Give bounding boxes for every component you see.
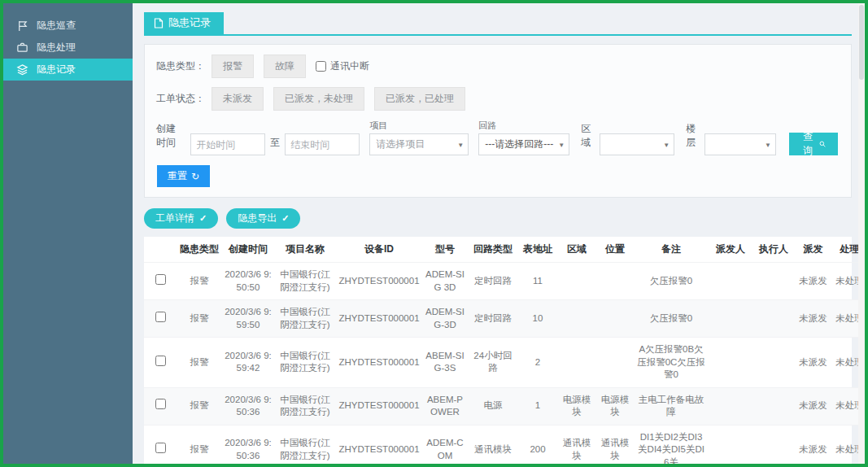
table-cell: ADEM-SIG-3D <box>422 300 468 338</box>
table-cell: DI1关DI2关DI3关DI4关DI5关DI6关 <box>634 425 709 464</box>
table-row: 报警2020/3/6 9:59:50中国银行(江阴澄江支行)ZHYDTEST00… <box>144 300 865 338</box>
loop-select[interactable]: ---请选择回路--- ▼ <box>478 133 569 155</box>
table-cell: 10 <box>518 300 557 338</box>
area-label: 区域 <box>581 122 595 150</box>
page-title-tab: 隐患记录 <box>144 12 224 34</box>
floor-select[interactable]: ▼ <box>704 133 776 155</box>
filter-panel: 隐患类型： 报警 故障 通讯中断 工单状态： 未派发 已派发，未处理 已派发，已… <box>144 44 852 198</box>
table-cell: 未派发 <box>795 263 831 300</box>
table-cell: 报警 <box>177 300 222 338</box>
reset-button-label: 重置 <box>168 169 187 183</box>
row-checkbox[interactable] <box>155 274 166 285</box>
sidebar-item-hazard-records[interactable]: 隐患记录 <box>3 59 133 81</box>
sidebar-item-hazard-patrol[interactable]: 隐患巡查 <box>3 15 133 37</box>
export-label: 隐患导出 <box>238 212 277 225</box>
status-not-dispatched-button[interactable]: 未派发 <box>212 87 264 111</box>
select-all-header <box>144 237 177 263</box>
column-header: 区域 <box>557 237 596 263</box>
reset-button[interactable]: 重置 ↻ <box>157 165 210 187</box>
row-checkbox[interactable] <box>155 399 166 409</box>
column-header: 执行人 <box>752 237 795 263</box>
scrollbar-thumb[interactable] <box>859 5 864 80</box>
column-header: 项目名称 <box>274 237 336 263</box>
order-status-label: 工单状态： <box>156 92 205 106</box>
table-cell: ZHYDTEST000001 <box>336 300 422 338</box>
table-row: 报警2020/3/6 9:59:42中国银行(江阴澄江支行)ZHYDTEST00… <box>144 338 865 388</box>
comm-interrupt-checkbox[interactable] <box>316 61 326 72</box>
area-select[interactable]: ▼ <box>600 133 674 155</box>
sidebar: 隐患巡查 隐患处理 隐患记录 <box>3 3 133 464</box>
layers-icon <box>16 63 28 76</box>
row-checkbox[interactable] <box>155 443 166 453</box>
create-time-label: 创建时间 <box>156 122 184 150</box>
table-cell: 通讯模块 <box>557 425 596 464</box>
table-cell: 未派发 <box>795 425 831 464</box>
status-dispatched-unhandled-button[interactable]: 已派发，未处理 <box>273 87 364 111</box>
table-header-row: 隐患类型创建时间项目名称设备ID型号回路类型表地址区域位置备注派发人执行人派发处… <box>144 237 865 263</box>
project-select[interactable]: 请选择项目 ▼ <box>369 133 469 155</box>
row-checkbox[interactable] <box>155 356 166 366</box>
table-cell: ZHYDTEST000001 <box>336 387 422 425</box>
column-header: 派发 <box>795 237 831 263</box>
status-dispatched-handled-button[interactable]: 已派发，已处理 <box>374 87 465 111</box>
app-window: 隐患巡查 隐患处理 隐患记录 隐患记录 <box>0 0 868 467</box>
vertical-scrollbar[interactable] <box>858 3 865 464</box>
order-detail-button[interactable]: 工单详情 ✓ <box>144 208 218 229</box>
check-icon: ✓ <box>281 213 289 224</box>
table-cell: 1 <box>518 387 557 425</box>
end-time-input[interactable] <box>285 133 360 155</box>
table-cell: 报警 <box>177 338 222 388</box>
export-button[interactable]: 隐患导出 ✓ <box>226 208 300 229</box>
table-cell: 电源 <box>468 387 518 425</box>
sidebar-item-hazard-handling[interactable]: 隐患处理 <box>3 37 133 59</box>
start-time-input[interactable] <box>190 133 265 155</box>
row-checkbox-cell <box>144 425 177 464</box>
loop-label: 回路 <box>478 120 569 132</box>
comm-interrupt-label: 通讯中断 <box>330 59 369 73</box>
page-title: 隐患记录 <box>168 15 211 30</box>
project-select-value: 请选择项目 <box>376 137 425 151</box>
table-cell: 报警 <box>177 263 222 300</box>
sidebar-item-label: 隐患记录 <box>37 63 76 76</box>
row-checkbox[interactable] <box>155 312 166 322</box>
chevron-down-icon: ▼ <box>663 142 670 149</box>
document-icon <box>154 18 164 28</box>
column-header: 设备ID <box>336 237 422 263</box>
search-icon <box>819 139 826 149</box>
type-fault-button[interactable]: 故障 <box>264 55 306 78</box>
table-cell: 2020/3/6 9:50:36 <box>222 425 274 464</box>
table-cell <box>752 338 795 388</box>
column-header: 位置 <box>596 237 634 263</box>
loop-select-group: 回路 ---请选择回路--- ▼ <box>478 120 569 155</box>
table-cell: 中国银行(江阴澄江支行) <box>274 300 336 338</box>
table-cell: ABEM-POWER <box>422 387 468 425</box>
table-cell: 未派发 <box>795 300 831 338</box>
table-cell: 2020/3/6 9:59:42 <box>222 338 274 388</box>
table-cell: 通讯模块 <box>468 425 518 464</box>
search-button[interactable]: 查询 <box>789 133 838 155</box>
table-cell: A欠压报警0B欠压报警0C欠压报警0 <box>634 338 709 388</box>
table-cell: 中国银行(江阴澄江支行) <box>274 387 336 425</box>
type-alarm-button[interactable]: 报警 <box>212 55 254 78</box>
table-row: 报警2020/3/6 9:50:50中国银行(江阴澄江支行)ZHYDTEST00… <box>144 263 865 300</box>
table-cell: 2020/3/6 9:50:50 <box>222 263 274 300</box>
project-label: 项目 <box>369 120 469 132</box>
table-cell <box>596 300 634 338</box>
column-header: 表地址 <box>518 237 557 263</box>
table-cell: 报警 <box>177 387 222 425</box>
table-cell: 电源模块 <box>596 387 634 425</box>
page-title-bar: 隐患记录 <box>144 12 852 36</box>
table-cell <box>752 300 795 338</box>
table-cell <box>596 263 634 300</box>
table-cell: 2 <box>518 338 557 388</box>
main-content: 隐患记录 隐患类型： 报警 故障 通讯中断 工单状态： 未派发 已派发，未处理 … <box>133 3 865 464</box>
table-cell: 主电工作备电故障 <box>634 387 709 425</box>
table-cell <box>596 338 634 388</box>
project-select-group: 项目 请选择项目 ▼ <box>369 120 469 155</box>
loop-select-value: ---请选择回路--- <box>485 137 553 151</box>
table-cell: 欠压报警0 <box>634 263 709 300</box>
briefcase-icon <box>16 41 28 54</box>
table-cell: 2020/3/6 9:59:50 <box>222 300 274 338</box>
table-cell <box>557 300 596 338</box>
hazard-type-label: 隐患类型： <box>156 59 205 73</box>
